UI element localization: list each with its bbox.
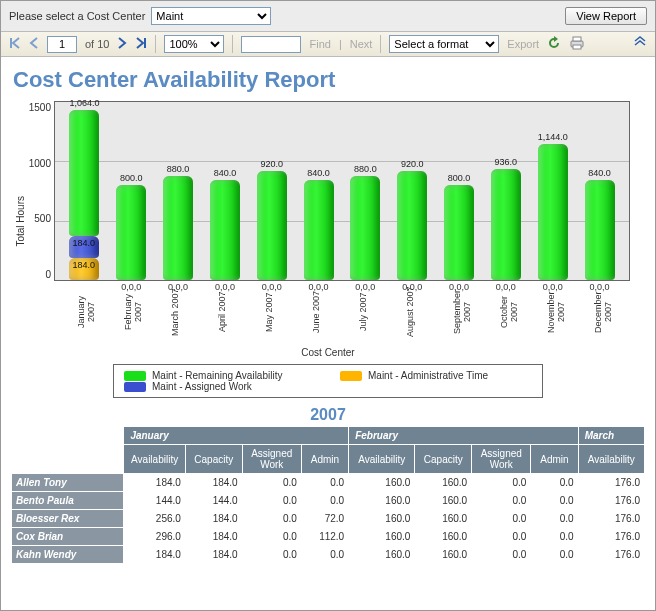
col-header: Assigned Work [242, 445, 301, 474]
refresh-icon[interactable] [547, 36, 561, 52]
chart-legend: Maint - Remaining Availability Maint - A… [113, 364, 543, 398]
view-report-button[interactable]: View Report [565, 7, 647, 25]
x-axis-title: Cost Center [11, 347, 645, 358]
col-header: Capacity [415, 445, 472, 474]
legend-item-assigned: Maint - Assigned Work [124, 381, 324, 392]
col-header: Availability [349, 445, 415, 474]
swatch-blue [124, 382, 146, 392]
legend-item-admin: Maint - Administrative Time [340, 370, 532, 381]
last-page-icon[interactable] [135, 37, 147, 51]
col-header: Availability [578, 445, 644, 474]
format-select[interactable]: Select a format [389, 35, 499, 53]
col-header: Assigned Work [472, 445, 531, 474]
report-toolbar: of 10 100% Find | Next Select a format E… [1, 32, 655, 57]
prev-page-icon[interactable] [29, 37, 39, 51]
table-row: Kahn Wendy184.0184.00.00.0160.0160.00.00… [12, 546, 645, 564]
employee-name: Kahn Wendy [12, 546, 124, 564]
month-header-mar: March [578, 427, 644, 445]
cost-center-select[interactable]: Maint [151, 7, 271, 25]
month-header-jan: January [124, 427, 349, 445]
employee-name: Bloesser Rex [12, 510, 124, 528]
svg-rect-1 [573, 37, 581, 41]
swatch-green [124, 371, 146, 381]
table-corner: Cost Center Employee [12, 427, 124, 474]
employee-table: Cost Center Employee January February Ma… [11, 426, 645, 564]
cost-center-label: Please select a Cost Center [9, 10, 145, 22]
employee-name: Cox Brian [12, 528, 124, 546]
y-ticks: 1500 1000 500 0 [25, 102, 51, 280]
find-input[interactable] [241, 36, 301, 53]
availability-chart: 1500 1000 500 0 184.0184.01,064.0800.00,… [54, 101, 630, 281]
report-title: Cost Center Availability Report [13, 67, 645, 93]
col-header: Admin [301, 445, 348, 474]
svg-rect-2 [573, 45, 581, 49]
first-page-icon[interactable] [9, 37, 21, 51]
table-row: Allen Tony184.0184.00.00.0160.0160.00.00… [12, 474, 645, 492]
parameter-bar: Please select a Cost Center Maint View R… [1, 1, 655, 32]
legend-item-remaining: Maint - Remaining Availability [124, 370, 316, 381]
month-header-feb: February [349, 427, 579, 445]
export-link[interactable]: Export [507, 38, 539, 50]
print-icon[interactable] [569, 36, 585, 52]
table-row: Bloesser Rex256.0184.00.072.0160.0160.00… [12, 510, 645, 528]
x-axis: January 2007February 2007March 2007April… [70, 281, 646, 341]
next-page-icon[interactable] [117, 37, 127, 51]
y-axis-title: Total Hours [11, 196, 26, 247]
col-header: Admin [531, 445, 578, 474]
zoom-select[interactable]: 100% [164, 35, 224, 53]
next-find-link[interactable]: Next [350, 38, 373, 50]
report-body: Cost Center Availability Report Total Ho… [1, 57, 655, 610]
page-total-label: of 10 [85, 38, 109, 50]
col-header: Availability [124, 445, 186, 474]
collapse-icon[interactable] [633, 36, 647, 52]
col-header: Capacity [185, 445, 242, 474]
employee-name: Allen Tony [12, 474, 124, 492]
swatch-orange [340, 371, 362, 381]
table-row: Bento Paula144.0144.00.00.0160.0160.00.0… [12, 492, 645, 510]
find-link[interactable]: Find [309, 38, 330, 50]
employee-name: Bento Paula [12, 492, 124, 510]
page-number-input[interactable] [47, 36, 77, 53]
year-heading: 2007 [11, 406, 645, 424]
table-row: Cox Brian296.0184.00.0112.0160.0160.00.0… [12, 528, 645, 546]
